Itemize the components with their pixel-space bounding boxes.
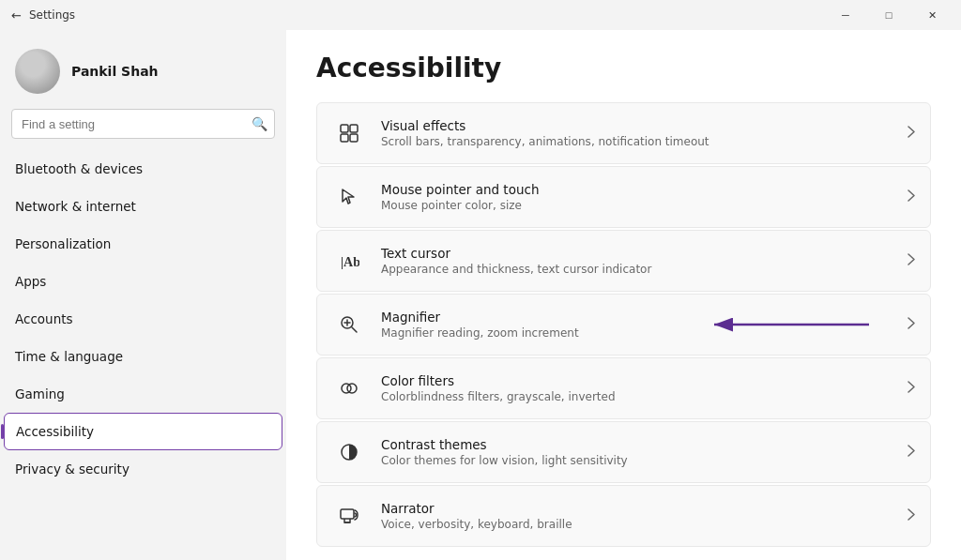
- narrator-desc: Voice, verbosity, keyboard, braille: [381, 518, 908, 531]
- magnifier-icon: [332, 308, 366, 341]
- setting-item-contrast-themes[interactable]: Contrast themesColor themes for low visi…: [316, 421, 931, 483]
- maximize-button[interactable]: □: [867, 0, 910, 30]
- mouse-pointer-chevron: [908, 189, 915, 204]
- svg-point-12: [347, 384, 357, 393]
- mouse-pointer-text: Mouse pointer and touchMouse pointer col…: [381, 182, 908, 212]
- text-cursor-desc: Appearance and thickness, text cursor in…: [381, 263, 908, 276]
- sidebar-item-privacy[interactable]: Privacy & security: [4, 450, 282, 488]
- svg-line-6: [352, 327, 357, 332]
- svg-rect-2: [341, 134, 348, 142]
- minimize-button[interactable]: ─: [824, 0, 867, 30]
- setting-item-color-filters[interactable]: Color filtersColorblindness filters, gra…: [316, 357, 931, 419]
- contrast-themes-desc: Color themes for low vision, light sensi…: [381, 454, 908, 467]
- setting-item-mouse-pointer[interactable]: Mouse pointer and touchMouse pointer col…: [316, 166, 931, 228]
- narrator-title: Narrator: [381, 501, 908, 516]
- visual-effects-title: Visual effects: [381, 118, 908, 133]
- narrator-chevron: [908, 508, 915, 523]
- color-filters-title: Color filters: [381, 373, 908, 388]
- visual-effects-icon: [332, 116, 366, 150]
- user-section[interactable]: Pankil Shah: [0, 30, 286, 109]
- sidebar-item-label-personalization: Personalization: [15, 236, 111, 251]
- visual-effects-text: Visual effectsScroll bars, transparency,…: [381, 118, 908, 148]
- color-filters-desc: Colorblindness filters, grayscale, inver…: [381, 390, 908, 403]
- contrast-themes-text: Contrast themesColor themes for low visi…: [381, 437, 908, 467]
- setting-item-visual-effects[interactable]: Visual effectsScroll bars, transparency,…: [316, 102, 931, 164]
- search-input[interactable]: [11, 109, 275, 139]
- sidebar-item-label-apps: Apps: [15, 274, 46, 289]
- sidebar-item-accounts[interactable]: Accounts: [4, 300, 282, 338]
- text-cursor-chevron: [908, 253, 915, 268]
- user-name: Pankil Shah: [71, 64, 159, 79]
- magnifier-text: MagnifierMagnifier reading, zoom increme…: [381, 310, 908, 340]
- mouse-pointer-title: Mouse pointer and touch: [381, 182, 908, 197]
- sidebar-item-time[interactable]: Time & language: [4, 338, 282, 375]
- svg-rect-0: [341, 125, 348, 132]
- narrator-text: NarratorVoice, verbosity, keyboard, brai…: [381, 501, 908, 531]
- app-body: Pankil Shah 🔍 Bluetooth & devicesNetwork…: [0, 30, 961, 560]
- text-cursor-title: Text cursor: [381, 246, 908, 261]
- back-icon[interactable]: ←: [11, 8, 22, 23]
- visual-effects-chevron: [908, 126, 915, 141]
- svg-text:|Ab: |Ab: [341, 255, 359, 269]
- page-title: Accessibility: [316, 53, 931, 83]
- title-bar-title: Settings: [29, 8, 75, 22]
- sidebar-item-personalization[interactable]: Personalization: [4, 225, 282, 263]
- visual-effects-desc: Scroll bars, transparency, animations, n…: [381, 135, 908, 148]
- contrast-themes-chevron: [908, 445, 915, 460]
- sidebar-item-label-accounts: Accounts: [15, 311, 73, 326]
- text-cursor-icon: |Ab: [332, 244, 366, 278]
- sidebar-item-label-gaming: Gaming: [15, 386, 65, 401]
- contrast-themes-icon: [332, 435, 366, 469]
- mouse-pointer-icon: [332, 180, 366, 214]
- search-icon: 🔍: [252, 116, 267, 131]
- color-filters-chevron: [908, 381, 915, 396]
- main-panel: Accessibility Visual effectsScroll bars,…: [286, 30, 961, 560]
- mouse-pointer-desc: Mouse pointer color, size: [381, 199, 908, 212]
- close-button[interactable]: ✕: [910, 0, 953, 30]
- sidebar-item-apps[interactable]: Apps: [4, 263, 282, 300]
- color-filters-text: Color filtersColorblindness filters, gra…: [381, 373, 908, 403]
- sidebar-item-label-bluetooth: Bluetooth & devices: [15, 161, 143, 176]
- svg-rect-1: [350, 125, 358, 132]
- magnifier-desc: Magnifier reading, zoom increment: [381, 326, 908, 340]
- nav-list: Bluetooth & devicesNetwork & internetPer…: [0, 150, 286, 488]
- svg-rect-3: [350, 134, 358, 142]
- window-controls: ─ □ ✕: [824, 0, 953, 30]
- setting-item-text-cursor[interactable]: |Ab Text cursorAppearance and thickness,…: [316, 230, 931, 292]
- magnifier-chevron: [908, 317, 915, 332]
- contrast-themes-title: Contrast themes: [381, 437, 908, 452]
- sidebar-item-label-time: Time & language: [15, 349, 123, 364]
- sidebar-item-label-privacy: Privacy & security: [15, 462, 130, 477]
- sidebar-item-gaming[interactable]: Gaming: [4, 375, 282, 413]
- magnifier-title: Magnifier: [381, 310, 908, 325]
- sidebar-item-label-network: Network & internet: [15, 199, 136, 214]
- search-box: 🔍: [11, 109, 275, 139]
- avatar: [15, 49, 60, 94]
- sidebar-item-network[interactable]: Network & internet: [4, 188, 282, 225]
- svg-rect-14: [341, 509, 354, 519]
- color-filters-icon: [332, 371, 366, 405]
- sidebar-item-accessibility[interactable]: Accessibility: [4, 413, 282, 450]
- sidebar-item-label-accessibility: Accessibility: [16, 424, 94, 439]
- settings-list: Visual effectsScroll bars, transparency,…: [316, 102, 931, 547]
- setting-item-narrator[interactable]: NarratorVoice, verbosity, keyboard, brai…: [316, 485, 931, 547]
- narrator-icon: [332, 499, 366, 533]
- text-cursor-text: Text cursorAppearance and thickness, tex…: [381, 246, 908, 276]
- title-bar: ← Settings ─ □ ✕: [0, 0, 961, 30]
- setting-item-magnifier[interactable]: MagnifierMagnifier reading, zoom increme…: [316, 294, 931, 356]
- sidebar: Pankil Shah 🔍 Bluetooth & devicesNetwork…: [0, 30, 286, 560]
- sidebar-item-bluetooth[interactable]: Bluetooth & devices: [4, 150, 282, 188]
- active-indicator: [1, 424, 4, 439]
